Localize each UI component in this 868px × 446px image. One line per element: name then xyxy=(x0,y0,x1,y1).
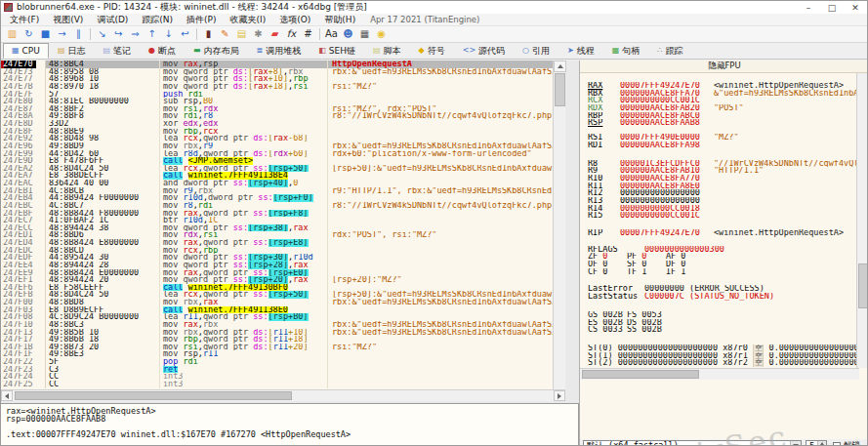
flag-GS[interactable]: GS 002B xyxy=(588,311,627,319)
comment-icon[interactable]: ▤ xyxy=(233,27,250,42)
minimize-button[interactable]: – xyxy=(797,1,820,14)
disassembly-pane[interactable]: 247E7048:8BC4mov rax,rspHttpOpenRequestA… xyxy=(1,61,565,389)
step-into-icon[interactable]: ↘ xyxy=(94,27,110,42)
flag-ZF[interactable]: ZF 0 xyxy=(588,253,627,261)
stop-icon[interactable]: ■ xyxy=(37,27,54,42)
step-over-icon[interactable]: ↪ xyxy=(110,27,127,42)
pause-icon[interactable]: ∥ xyxy=(70,27,87,42)
flag-AF[interactable]: AF 0 xyxy=(666,253,705,261)
flag-CS[interactable]: CS 0033 xyxy=(588,326,627,334)
disasm-row[interactable]: 247E7F57push rdi xyxy=(1,91,564,99)
register-row-RIP[interactable]: RIP00007FFF49247E70<wininet.HttpOpenRequ… xyxy=(588,229,868,237)
hide-fpu-header[interactable]: 隐藏FPU xyxy=(580,61,868,73)
disasm-row[interactable]: 247EF6E8 F58CEEFFcall wininet.7FFF49130B… xyxy=(1,284,564,292)
tab-句柄[interactable]: ▦句柄 xyxy=(603,43,649,59)
run-to-user-icon[interactable]: ⇒ xyxy=(127,27,144,42)
disasm-row[interactable]: 247E8A49:8BF8mov rdi,r8r8:"//1WrCVzW4kSD… xyxy=(1,112,564,120)
restart-icon[interactable]: ↻ xyxy=(21,27,37,42)
disasm-row[interactable]: 247F03E8 D8B9ECFFcall wininet.7FFF491138… xyxy=(1,306,564,314)
flag-PF[interactable]: PF 0 xyxy=(627,253,666,261)
flag-FS[interactable]: FS 0053 xyxy=(627,311,666,319)
flags-row[interactable]: CF 0TF 1IF 1 xyxy=(588,268,868,276)
menu-item[interactable]: 插件(P) xyxy=(180,14,223,26)
disassembly-hscroll-thumb[interactable] xyxy=(15,391,292,400)
flag-DS[interactable]: DS 002B xyxy=(627,319,666,327)
register-row-R15[interactable]: R150000000000CC001C xyxy=(588,212,868,220)
tab-断点[interactable]: ●断点 xyxy=(140,43,185,59)
tab-内存布局[interactable]: ▬内存布局 xyxy=(185,43,248,59)
disasm-row[interactable]: 247EA248:8D4C24 50lea rcx,qword ptr ss:[… xyxy=(1,165,564,173)
disasm-row[interactable]: 247E8D33D2xor edx,edx xyxy=(1,120,564,128)
register-row-R11[interactable]: R11000000AACE8FA8E0 xyxy=(588,182,868,190)
disasm-row[interactable]: 247EBF48:8B8424 F8000000mov rax,qword pt… xyxy=(1,210,564,218)
disasm-row[interactable]: 247F225Fpop rdi xyxy=(1,358,564,366)
scroll-up-icon[interactable] xyxy=(554,61,566,72)
register-row-R8[interactable]: R8000001C3EFCDFFC0"//1WrCVzW4kSDNbNTt//c… xyxy=(588,160,868,168)
flag-CF[interactable]: CF 0 xyxy=(588,268,627,276)
disasm-row[interactable]: 247F1349:8B5B 10mov rbx,qword ptr ds:[r1… xyxy=(1,329,564,337)
fpu-row-ST(1)[interactable]: ST(1) 00000000000000000000 x87r1 空 0.000… xyxy=(588,352,868,360)
register-row-R12[interactable]: R120000000000000000 xyxy=(588,189,868,197)
help-bulb-icon[interactable]: ◉ xyxy=(373,27,390,42)
menu-item[interactable]: 选项(O) xyxy=(272,14,317,26)
disasm-row[interactable]: 247EC741:0FBAF2 1Cbtr r10d,1C xyxy=(1,217,564,224)
scroll-left-icon[interactable] xyxy=(1,390,13,401)
disasm-row[interactable]: 247E9649:8BD9mov rbx,r9rbx:&"uedf=h93REL… xyxy=(1,142,564,150)
disasm-row[interactable]: 247F1B49:8B73 20mov rsi,qword ptr ds:[r1… xyxy=(1,344,564,351)
menu-item[interactable]: 视图(V) xyxy=(46,14,90,26)
flag-DF[interactable]: DF 0 xyxy=(666,261,705,268)
register-row-RCX[interactable]: RCX0000000000CC001C xyxy=(588,97,868,104)
tab-SEH链[interactable]: ◧SEH链 xyxy=(310,43,364,59)
tab-引用[interactable]: ○引用 xyxy=(514,43,558,59)
disasm-row[interactable]: 247EA7E8 38BDECFFcall wininet.7FFF49113B… xyxy=(1,172,564,180)
disasm-row[interactable]: 247E9944:8D42 60lea r8d,qword ptr ds:[rd… xyxy=(1,150,564,158)
tab-源代码[interactable]: <>源代码 xyxy=(454,43,514,59)
disasm-row[interactable]: 247E8048:81EC B0000000sub rsp,B0 xyxy=(1,98,564,105)
register-row-LastError[interactable]: LastError00000000 (ERROR_SUCCESS) xyxy=(588,285,868,293)
register-row-RFLAGS[interactable]: RFLAGS0000000000000300 xyxy=(588,246,868,254)
disasm-row[interactable]: 247F1749:8B6B 18mov rbp,qword ptr ds:[r1… xyxy=(1,336,564,344)
registers-vscroll-thumb[interactable] xyxy=(858,264,868,308)
unlock-checkbox[interactable] xyxy=(833,442,841,446)
flags-row[interactable]: ES 002BDS 002B xyxy=(588,319,868,327)
patch-icon[interactable]: ✎ xyxy=(217,27,233,42)
disasm-row[interactable]: 247F1048:8BC3mov rax,rbxrbx:&"uedf=h93RE… xyxy=(1,321,564,329)
menu-item[interactable]: 收藏夹(I) xyxy=(224,14,273,26)
arg-count-stepper[interactable]: 5 xyxy=(806,440,827,446)
register-row-RSP[interactable]: RSP000000AACE8FAAB8 xyxy=(588,119,868,127)
tab-日志[interactable]: ▤日志 xyxy=(49,43,95,59)
disasm-row[interactable]: 247E8748:8BF2mov rsi,rdxrsi:"MZ?", rdx:"… xyxy=(1,105,564,113)
breakpoints-icon[interactable]: ▮ xyxy=(200,27,217,42)
disasm-row[interactable]: 247EE948:8B8424 E0000000mov rax,qword pt… xyxy=(1,269,564,277)
flags-row[interactable]: GS 002BFS 0053 xyxy=(588,311,868,319)
disasm-row[interactable]: 247E8F48:8BE9mov rbp,rcx xyxy=(1,128,564,136)
register-row-LastStatus[interactable]: LastStatusC000007C (STATUS_NO_TOKEN) xyxy=(588,293,868,301)
disasm-row[interactable]: 247EDC48:8BCDmov rcx,rbp xyxy=(1,247,564,255)
disasm-row[interactable]: 247F24CCint3 xyxy=(1,373,564,381)
register-row-RBX[interactable]: RBX000000AACE8FFA70&"uedf=h93RELMsSKb8CR… xyxy=(588,90,868,98)
register-row-RDX[interactable]: RDX000000AACE8FAB20"POST" xyxy=(588,104,868,112)
register-row-R10[interactable]: R10000000AACE8FA770 xyxy=(588,175,868,182)
tab-CPU[interactable]: ▦CPU xyxy=(3,43,49,59)
disasm-row[interactable]: 247E9DE8 F478F6FFcall <JMP.&memset> xyxy=(1,157,564,165)
menu-item[interactable]: 调试(D) xyxy=(90,14,135,26)
tab-脚本[interactable]: ▤脚本 xyxy=(364,43,410,59)
close-button[interactable]: ✕ xyxy=(844,1,867,14)
disasm-row[interactable]: 247E7748:8968 10mov qword ptr ds:[rax+10… xyxy=(1,75,564,83)
animate-icon[interactable]: ↩ xyxy=(177,27,193,42)
disasm-row[interactable]: 247F0048:8BD8mov rbx,raxrbx:&"uedf=h93RE… xyxy=(1,299,564,306)
hash-icon[interactable]: # xyxy=(300,27,316,42)
open-file-icon[interactable]: ▥ xyxy=(4,27,21,42)
maximize-button[interactable]: □ xyxy=(820,1,844,14)
disasm-row[interactable]: 247EBC4C:8BC7mov r8,rdir8:"//1WrCVzW4kSD… xyxy=(1,202,564,210)
flag-IF[interactable]: IF 1 xyxy=(666,268,705,276)
disasm-row[interactable]: 247E9248:8D48 98lea rcx,qword ptr ds:[ra… xyxy=(1,135,564,142)
register-row-RAX[interactable]: RAX00007FFF49247E70<wininet.HttpOpenRequ… xyxy=(588,82,868,90)
calculator-icon[interactable]: ▦ xyxy=(356,27,373,42)
flag-OF[interactable]: OF 0 xyxy=(588,261,627,268)
run-icon[interactable]: → xyxy=(54,27,70,42)
disasm-row[interactable]: 247ECC48:894424 38mov qword ptr ss:[rsp+… xyxy=(1,224,564,232)
disasm-row[interactable]: 247E7048:8BC4mov rax,rspHttpOpenRequestA xyxy=(1,61,564,68)
flag-TF[interactable]: TF 1 xyxy=(627,268,666,276)
register-row-RDI[interactable]: RDI000000AACE8FFA98 xyxy=(588,142,868,149)
